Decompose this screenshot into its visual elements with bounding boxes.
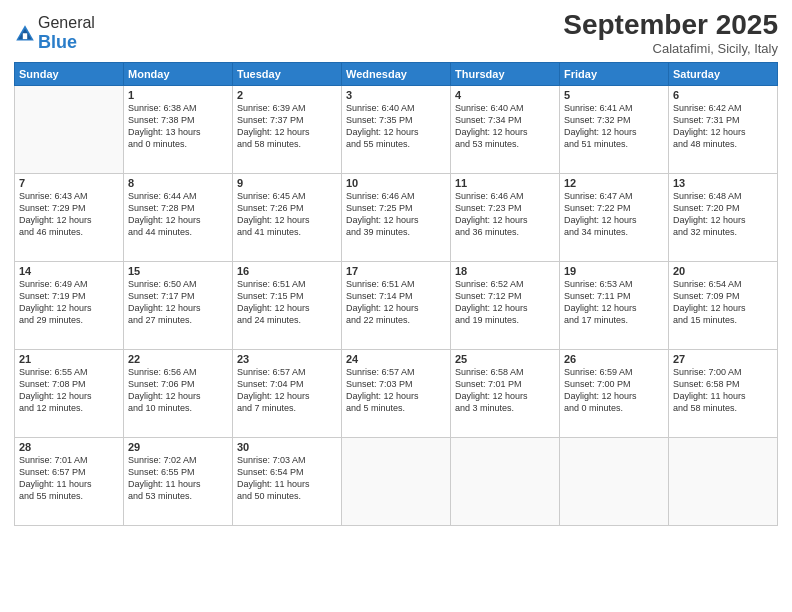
weekday-header-tuesday: Tuesday <box>233 62 342 85</box>
day-cell-7: 7Sunrise: 6:43 AM Sunset: 7:29 PM Daylig… <box>15 173 124 261</box>
day-number: 17 <box>346 265 446 277</box>
week-row-4: 21Sunrise: 6:55 AM Sunset: 7:08 PM Dayli… <box>15 349 778 437</box>
day-content: Sunrise: 6:42 AM Sunset: 7:31 PM Dayligh… <box>673 102 773 151</box>
weekday-header-wednesday: Wednesday <box>342 62 451 85</box>
day-cell-empty <box>15 85 124 173</box>
day-cell-14: 14Sunrise: 6:49 AM Sunset: 7:19 PM Dayli… <box>15 261 124 349</box>
day-content: Sunrise: 6:52 AM Sunset: 7:12 PM Dayligh… <box>455 278 555 327</box>
day-number: 5 <box>564 89 664 101</box>
day-content: Sunrise: 6:38 AM Sunset: 7:38 PM Dayligh… <box>128 102 228 151</box>
day-cell-26: 26Sunrise: 6:59 AM Sunset: 7:00 PM Dayli… <box>560 349 669 437</box>
day-content: Sunrise: 7:03 AM Sunset: 6:54 PM Dayligh… <box>237 454 337 503</box>
weekday-header-monday: Monday <box>124 62 233 85</box>
day-cell-empty <box>451 437 560 525</box>
day-content: Sunrise: 7:00 AM Sunset: 6:58 PM Dayligh… <box>673 366 773 415</box>
day-cell-1: 1Sunrise: 6:38 AM Sunset: 7:38 PM Daylig… <box>124 85 233 173</box>
day-number: 14 <box>19 265 119 277</box>
day-cell-19: 19Sunrise: 6:53 AM Sunset: 7:11 PM Dayli… <box>560 261 669 349</box>
day-content: Sunrise: 6:57 AM Sunset: 7:03 PM Dayligh… <box>346 366 446 415</box>
day-content: Sunrise: 6:47 AM Sunset: 7:22 PM Dayligh… <box>564 190 664 239</box>
day-content: Sunrise: 6:40 AM Sunset: 7:35 PM Dayligh… <box>346 102 446 151</box>
day-cell-10: 10Sunrise: 6:46 AM Sunset: 7:25 PM Dayli… <box>342 173 451 261</box>
day-content: Sunrise: 6:57 AM Sunset: 7:04 PM Dayligh… <box>237 366 337 415</box>
week-row-3: 14Sunrise: 6:49 AM Sunset: 7:19 PM Dayli… <box>15 261 778 349</box>
location-subtitle: Calatafimi, Sicily, Italy <box>563 41 778 56</box>
day-cell-17: 17Sunrise: 6:51 AM Sunset: 7:14 PM Dayli… <box>342 261 451 349</box>
day-number: 22 <box>128 353 228 365</box>
day-content: Sunrise: 6:39 AM Sunset: 7:37 PM Dayligh… <box>237 102 337 151</box>
day-number: 10 <box>346 177 446 189</box>
day-content: Sunrise: 6:50 AM Sunset: 7:17 PM Dayligh… <box>128 278 228 327</box>
day-number: 2 <box>237 89 337 101</box>
logo-blue-text: Blue <box>38 32 77 52</box>
day-content: Sunrise: 6:45 AM Sunset: 7:26 PM Dayligh… <box>237 190 337 239</box>
day-number: 21 <box>19 353 119 365</box>
day-cell-29: 29Sunrise: 7:02 AM Sunset: 6:55 PM Dayli… <box>124 437 233 525</box>
day-number: 4 <box>455 89 555 101</box>
day-number: 12 <box>564 177 664 189</box>
day-content: Sunrise: 6:46 AM Sunset: 7:25 PM Dayligh… <box>346 190 446 239</box>
day-content: Sunrise: 6:44 AM Sunset: 7:28 PM Dayligh… <box>128 190 228 239</box>
day-cell-11: 11Sunrise: 6:46 AM Sunset: 7:23 PM Dayli… <box>451 173 560 261</box>
day-content: Sunrise: 6:43 AM Sunset: 7:29 PM Dayligh… <box>19 190 119 239</box>
week-row-5: 28Sunrise: 7:01 AM Sunset: 6:57 PM Dayli… <box>15 437 778 525</box>
day-cell-4: 4Sunrise: 6:40 AM Sunset: 7:34 PM Daylig… <box>451 85 560 173</box>
day-number: 28 <box>19 441 119 453</box>
day-content: Sunrise: 6:41 AM Sunset: 7:32 PM Dayligh… <box>564 102 664 151</box>
month-title: September 2025 <box>563 10 778 41</box>
day-content: Sunrise: 6:51 AM Sunset: 7:15 PM Dayligh… <box>237 278 337 327</box>
day-content: Sunrise: 6:56 AM Sunset: 7:06 PM Dayligh… <box>128 366 228 415</box>
day-cell-6: 6Sunrise: 6:42 AM Sunset: 7:31 PM Daylig… <box>669 85 778 173</box>
day-cell-18: 18Sunrise: 6:52 AM Sunset: 7:12 PM Dayli… <box>451 261 560 349</box>
day-number: 8 <box>128 177 228 189</box>
day-content: Sunrise: 7:02 AM Sunset: 6:55 PM Dayligh… <box>128 454 228 503</box>
day-cell-20: 20Sunrise: 6:54 AM Sunset: 7:09 PM Dayli… <box>669 261 778 349</box>
week-row-2: 7Sunrise: 6:43 AM Sunset: 7:29 PM Daylig… <box>15 173 778 261</box>
day-content: Sunrise: 6:46 AM Sunset: 7:23 PM Dayligh… <box>455 190 555 239</box>
day-cell-27: 27Sunrise: 7:00 AM Sunset: 6:58 PM Dayli… <box>669 349 778 437</box>
logo: General Blue <box>14 14 95 53</box>
day-cell-12: 12Sunrise: 6:47 AM Sunset: 7:22 PM Dayli… <box>560 173 669 261</box>
day-cell-22: 22Sunrise: 6:56 AM Sunset: 7:06 PM Dayli… <box>124 349 233 437</box>
day-content: Sunrise: 7:01 AM Sunset: 6:57 PM Dayligh… <box>19 454 119 503</box>
day-number: 30 <box>237 441 337 453</box>
day-content: Sunrise: 6:58 AM Sunset: 7:01 PM Dayligh… <box>455 366 555 415</box>
day-cell-23: 23Sunrise: 6:57 AM Sunset: 7:04 PM Dayli… <box>233 349 342 437</box>
day-cell-13: 13Sunrise: 6:48 AM Sunset: 7:20 PM Dayli… <box>669 173 778 261</box>
day-content: Sunrise: 6:53 AM Sunset: 7:11 PM Dayligh… <box>564 278 664 327</box>
day-content: Sunrise: 6:55 AM Sunset: 7:08 PM Dayligh… <box>19 366 119 415</box>
day-content: Sunrise: 6:40 AM Sunset: 7:34 PM Dayligh… <box>455 102 555 151</box>
day-number: 25 <box>455 353 555 365</box>
logo-general-text: General <box>38 14 95 31</box>
day-cell-21: 21Sunrise: 6:55 AM Sunset: 7:08 PM Dayli… <box>15 349 124 437</box>
day-cell-30: 30Sunrise: 7:03 AM Sunset: 6:54 PM Dayli… <box>233 437 342 525</box>
week-row-1: 1Sunrise: 6:38 AM Sunset: 7:38 PM Daylig… <box>15 85 778 173</box>
day-number: 9 <box>237 177 337 189</box>
day-cell-empty <box>560 437 669 525</box>
page: General Blue September 2025 Calatafimi, … <box>0 0 792 612</box>
day-content: Sunrise: 6:51 AM Sunset: 7:14 PM Dayligh… <box>346 278 446 327</box>
day-cell-15: 15Sunrise: 6:50 AM Sunset: 7:17 PM Dayli… <box>124 261 233 349</box>
day-cell-28: 28Sunrise: 7:01 AM Sunset: 6:57 PM Dayli… <box>15 437 124 525</box>
day-cell-2: 2Sunrise: 6:39 AM Sunset: 7:37 PM Daylig… <box>233 85 342 173</box>
calendar-table: SundayMondayTuesdayWednesdayThursdayFrid… <box>14 62 778 526</box>
day-number: 11 <box>455 177 555 189</box>
day-cell-3: 3Sunrise: 6:40 AM Sunset: 7:35 PM Daylig… <box>342 85 451 173</box>
day-content: Sunrise: 6:48 AM Sunset: 7:20 PM Dayligh… <box>673 190 773 239</box>
day-cell-empty <box>669 437 778 525</box>
day-number: 3 <box>346 89 446 101</box>
day-number: 20 <box>673 265 773 277</box>
day-number: 15 <box>128 265 228 277</box>
day-number: 13 <box>673 177 773 189</box>
day-content: Sunrise: 6:54 AM Sunset: 7:09 PM Dayligh… <box>673 278 773 327</box>
weekday-header-thursday: Thursday <box>451 62 560 85</box>
day-content: Sunrise: 6:59 AM Sunset: 7:00 PM Dayligh… <box>564 366 664 415</box>
weekday-header-saturday: Saturday <box>669 62 778 85</box>
svg-rect-2 <box>23 33 27 39</box>
weekday-header-sunday: Sunday <box>15 62 124 85</box>
day-number: 29 <box>128 441 228 453</box>
day-number: 24 <box>346 353 446 365</box>
day-number: 18 <box>455 265 555 277</box>
day-number: 27 <box>673 353 773 365</box>
title-block: September 2025 Calatafimi, Sicily, Italy <box>563 10 778 56</box>
